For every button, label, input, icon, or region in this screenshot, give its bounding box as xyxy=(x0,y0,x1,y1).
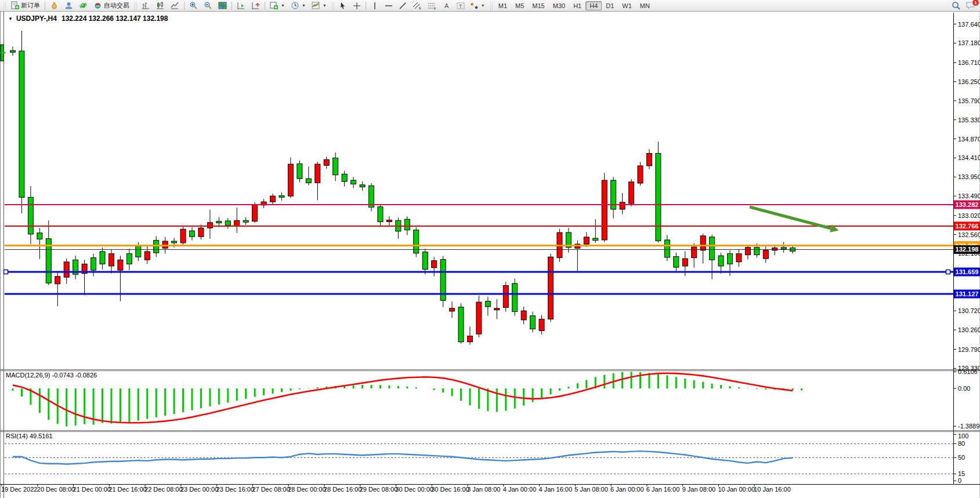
toolbar-grip[interactable] xyxy=(134,2,137,10)
toolbar-separator xyxy=(265,2,265,10)
time-tick-label: 5 Jan 08:00 xyxy=(574,486,608,493)
text-icon: A xyxy=(443,2,451,10)
time-tick-label: 4 Jan 16:00 xyxy=(539,486,573,493)
tf-button-m5[interactable]: M5 xyxy=(511,1,528,10)
timeframe-button-group: M1M5M15M30H1H4D1W1MN xyxy=(494,1,654,10)
hline-131659[interactable] xyxy=(4,270,954,274)
periods-clock-icon xyxy=(291,1,299,10)
price-tick-label: 133.020 xyxy=(958,212,980,219)
equidistant-channel-icon: E xyxy=(413,2,422,10)
signal-button[interactable] xyxy=(76,0,91,11)
text-button[interactable]: A xyxy=(440,1,454,11)
cursor-icon xyxy=(339,2,347,10)
price-tick-label: 133.490 xyxy=(958,192,980,199)
price-axis[interactable]: 137.640137.180136.710136.250135.790135.3… xyxy=(953,21,980,372)
bear-candle xyxy=(692,247,697,258)
autotrade-icon xyxy=(93,1,102,10)
candles-layer[interactable] xyxy=(10,31,795,345)
horizontal-line-button[interactable] xyxy=(382,1,396,11)
tile-windows-button[interactable] xyxy=(215,0,230,11)
horizontal-line-icon xyxy=(385,2,393,10)
bull-candle xyxy=(154,241,159,253)
new-chart-button[interactable]: ▼ xyxy=(267,0,288,11)
price-tick-label: 136.710 xyxy=(958,59,980,66)
time-axis[interactable]: 19 Dec 202220 Dec 08:0021 Dec 00:0021 De… xyxy=(1,484,791,493)
bear-candle xyxy=(180,229,186,243)
autotrade-label: 自动交易 xyxy=(104,1,129,10)
time-tick-label: 30 Dec 00:00 xyxy=(395,486,433,493)
arrows-icon xyxy=(471,2,479,10)
community-button[interactable] xyxy=(62,0,76,11)
bear-candle xyxy=(548,257,554,319)
price-chart-canvas[interactable]: 137.640137.180136.710136.250135.790135.3… xyxy=(0,0,980,498)
tf-button-m1[interactable]: M1 xyxy=(494,1,511,10)
arrows-button[interactable]: ▼ xyxy=(468,1,488,11)
macd-panel[interactable]: 0.61060.00-1.3889 xyxy=(13,368,979,430)
bear-candle xyxy=(324,159,329,165)
fibonacci-button[interactable]: F xyxy=(425,1,440,11)
tf-button-mn[interactable]: MN xyxy=(636,1,654,10)
new-order-button[interactable]: 新订单 xyxy=(8,0,43,11)
rsi-panel[interactable]: 1008050150 xyxy=(5,432,968,484)
money-bag-button[interactable] xyxy=(47,0,62,11)
bull-candle xyxy=(91,258,96,270)
autotrade-button[interactable]: 自动交易 xyxy=(91,0,132,11)
line-handle xyxy=(4,270,8,274)
periods-button[interactable]: ▼ xyxy=(288,0,309,11)
chart-title[interactable]: ▼USDJPY-,H4132.224 132.266 132.147 132.1… xyxy=(8,14,168,23)
search-icon[interactable] xyxy=(952,1,961,10)
time-tick-label: 28 Dec 16:00 xyxy=(324,486,361,493)
toolbar-grip[interactable] xyxy=(3,2,6,10)
time-tick-label: 20 Dec 08:00 xyxy=(37,486,75,493)
notifications-button[interactable]: 1 xyxy=(965,1,975,10)
text-label-button[interactable]: T xyxy=(454,1,468,11)
tf-button-d1[interactable]: D1 xyxy=(602,1,618,10)
indicators-icon xyxy=(312,1,320,10)
zoom-in-button[interactable] xyxy=(186,0,201,11)
trend-arrow-drawing[interactable] xyxy=(750,207,839,232)
zoom-out-button[interactable] xyxy=(201,0,215,11)
time-tick-label: 3 Jan 08:00 xyxy=(467,486,501,493)
new-order-label: 新订单 xyxy=(21,1,40,10)
tf-button-h4[interactable]: H4 xyxy=(585,1,602,10)
tf-button-m30[interactable]: M30 xyxy=(549,1,569,10)
toolbar-grip[interactable] xyxy=(331,2,334,10)
equidistant-channel-button[interactable]: E xyxy=(410,1,425,11)
rsi-axis-label: 50 xyxy=(958,454,965,461)
tf-button-w1[interactable]: W1 xyxy=(618,1,636,10)
bear-candle xyxy=(620,202,625,209)
trendline-button[interactable] xyxy=(396,1,410,11)
bull-candle xyxy=(136,246,141,257)
price-badge-133282: 133.282 xyxy=(954,201,980,209)
price-badge-label: 132.198 xyxy=(956,246,979,253)
line-chart-button[interactable] xyxy=(168,0,182,11)
price-tick-label: 132.560 xyxy=(958,231,980,238)
crosshair-button[interactable] xyxy=(350,1,364,11)
bear-candle xyxy=(602,180,607,240)
bull-candle xyxy=(378,207,383,222)
bull-candle xyxy=(754,248,760,255)
tf-button-m15[interactable]: M15 xyxy=(528,1,548,10)
tf-button-h1[interactable]: H1 xyxy=(569,1,585,10)
vertical-line-button[interactable] xyxy=(368,1,382,11)
indicators-button[interactable]: ▼ xyxy=(309,0,330,11)
bull-candle xyxy=(216,221,222,223)
chart-autoscroll-button[interactable] xyxy=(248,0,263,11)
bear-candle xyxy=(252,205,258,221)
bear-candle xyxy=(234,220,240,226)
toolbar-grip[interactable] xyxy=(490,2,493,10)
time-tick-label: 6 Jan 00:00 xyxy=(610,486,644,493)
new-chart-icon xyxy=(270,1,279,10)
collapse-triangle-icon[interactable]: ▼ xyxy=(8,16,13,21)
price-badge-132198: 132.198 xyxy=(954,245,980,254)
candlestick-button[interactable] xyxy=(153,0,168,11)
price-tick-label: 130.260 xyxy=(958,326,980,333)
bar-chart-button[interactable] xyxy=(139,0,153,11)
cursor-button[interactable] xyxy=(336,1,350,11)
chart-shift-button[interactable] xyxy=(234,0,248,11)
bull-candle xyxy=(593,238,598,241)
time-tick-label: 27 Dec 08:00 xyxy=(252,486,290,493)
chevron-down-icon: ▼ xyxy=(323,3,327,8)
time-tick-label: 29 Dec 08:00 xyxy=(360,486,397,493)
svg-text:F: F xyxy=(434,7,436,10)
